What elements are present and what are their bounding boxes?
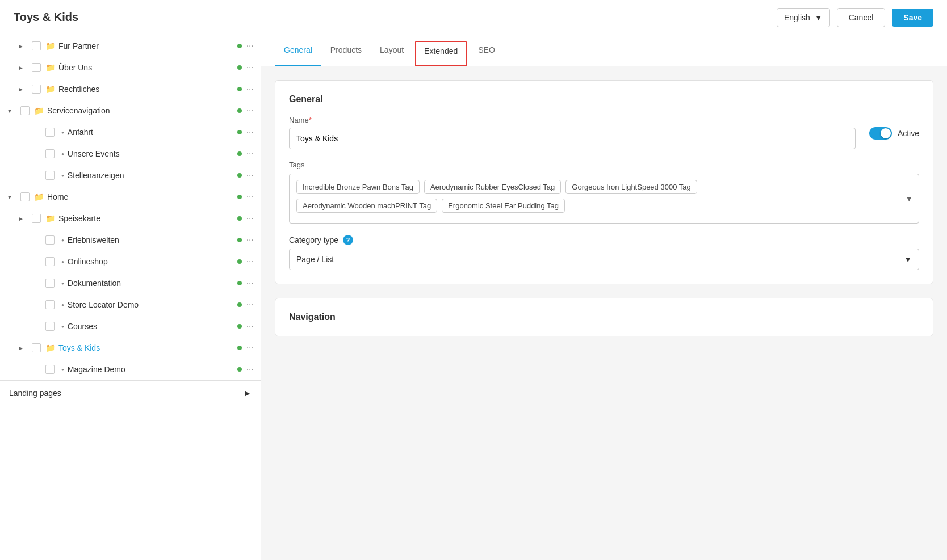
category-type-select[interactable]: Page / List ▼: [289, 249, 919, 270]
landing-pages-label: Landing pages: [9, 389, 61, 398]
status-dot: [237, 346, 242, 350]
sidebar-item-rechtliches[interactable]: ► 📁 Rechtliches ···: [0, 78, 261, 100]
checkbox-fur-partner[interactable]: [32, 41, 41, 50]
tag-item[interactable]: Aerodynamic Rubber EyesClosed Tag: [424, 180, 561, 194]
more-icon[interactable]: ···: [246, 300, 254, 310]
navigation-card-title: Navigation: [289, 312, 919, 322]
more-icon[interactable]: ···: [246, 170, 254, 180]
info-icon[interactable]: ?: [343, 235, 353, 245]
more-icon[interactable]: ···: [246, 41, 254, 51]
more-icon[interactable]: ···: [246, 192, 254, 202]
sidebar-item-home[interactable]: ▼ 📁 Home ···: [0, 186, 261, 208]
folder-icon: 📁: [45, 343, 55, 352]
sidebar-item-courses[interactable]: ► ● Courses ···: [0, 315, 261, 337]
chevron-right-icon: ►: [18, 345, 27, 351]
checkbox-stellenanzeigen[interactable]: [45, 171, 55, 180]
checkbox-servicenavigation[interactable]: [20, 106, 30, 115]
status-dot: [237, 238, 242, 242]
sidebar-item-label: Onlineshop: [68, 257, 237, 266]
tags-label: Tags: [289, 161, 919, 169]
status-dot: [237, 173, 242, 178]
sidebar-item-label: Courses: [68, 322, 237, 331]
save-button[interactable]: Save: [892, 9, 933, 27]
sidebar-item-onlineshop[interactable]: ► ● Onlineshop ···: [0, 251, 261, 272]
tags-container[interactable]: Incredible Bronze Pawn Bons Tag Aerodyna…: [289, 174, 919, 224]
checkbox-uber-uns[interactable]: [32, 63, 41, 72]
tabs-bar: General Products Layout Extended SEO: [261, 35, 947, 66]
language-selector[interactable]: English ▼: [777, 8, 830, 27]
checkbox-courses[interactable]: [45, 322, 55, 331]
tab-seo[interactable]: SEO: [469, 35, 504, 66]
more-icon[interactable]: ···: [246, 84, 254, 94]
tab-layout[interactable]: Layout: [371, 35, 413, 66]
status-dot: [237, 302, 242, 307]
more-icon[interactable]: ···: [246, 213, 254, 224]
sidebar-item-fur-partner[interactable]: ► 📁 Fur Partner ···: [0, 35, 261, 57]
sidebar-item-toys-kids[interactable]: ► 📁 Toys & Kids ···: [0, 337, 261, 359]
chevron-right-icon: ►: [18, 216, 27, 222]
sidebar-item-magazine-demo[interactable]: ► ● Magazine Demo ···: [0, 359, 261, 380]
sidebar-item-unsere-events[interactable]: ► ● Unsere Events ···: [0, 143, 261, 165]
tab-general[interactable]: General: [275, 35, 321, 66]
tab-products[interactable]: Products: [321, 35, 371, 66]
header-actions: English ▼ Cancel Save: [777, 8, 933, 27]
checkbox-dokumentation[interactable]: [45, 279, 55, 288]
sidebar-item-label: Unsere Events: [68, 149, 237, 158]
main-content: General Products Layout Extended SEO Gen…: [261, 35, 947, 560]
page-icon: ●: [61, 281, 64, 286]
sidebar-item-servicenavigation[interactable]: ▼ 📁 Servicenavigation ···: [0, 100, 261, 121]
sidebar: ► 📁 Fur Partner ··· ► 📁 Über Uns ··· ► 📁…: [0, 35, 261, 560]
more-icon[interactable]: ···: [246, 149, 254, 159]
more-icon[interactable]: ···: [246, 343, 254, 353]
active-toggle[interactable]: [869, 127, 892, 140]
tags-chevron-icon: ▼: [905, 194, 913, 203]
landing-pages-section[interactable]: Landing pages ►: [0, 380, 261, 406]
name-input[interactable]: [289, 128, 856, 149]
chevron-right-icon: ►: [244, 389, 252, 398]
checkbox-onlineshop[interactable]: [45, 257, 55, 266]
checkbox-home[interactable]: [20, 192, 30, 201]
more-icon[interactable]: ···: [246, 321, 254, 331]
cancel-button[interactable]: Cancel: [837, 8, 886, 27]
checkbox-erlebniswelten[interactable]: [45, 235, 55, 245]
name-field-group: Name*: [289, 116, 856, 149]
sidebar-item-store-locator[interactable]: ► ● Store Locator Demo ···: [0, 294, 261, 315]
tag-item[interactable]: Incredible Bronze Pawn Bons Tag: [296, 180, 420, 194]
more-icon[interactable]: ···: [246, 235, 254, 245]
sidebar-item-uber-uns[interactable]: ► 📁 Über Uns ···: [0, 57, 261, 78]
tag-item[interactable]: Aerodynamic Wooden machPRINT Tag: [296, 199, 437, 213]
sidebar-item-anfahrt[interactable]: ► ● Anfahrt ···: [0, 121, 261, 143]
more-icon[interactable]: ···: [246, 278, 254, 288]
status-dot: [237, 65, 242, 70]
checkbox-anfahrt[interactable]: [45, 128, 55, 137]
more-icon[interactable]: ···: [246, 106, 254, 116]
chevron-right-icon: ►: [18, 65, 27, 71]
header: Toys & Kids English ▼ Cancel Save: [0, 0, 947, 35]
checkbox-speisekarte[interactable]: [32, 214, 41, 223]
tag-item[interactable]: Ergonomic Steel Ear Pudding Tag: [442, 199, 565, 213]
sidebar-item-label: Home: [47, 192, 237, 201]
page-icon: ●: [61, 259, 64, 264]
folder-icon: 📁: [34, 192, 44, 201]
checkbox-magazine-demo[interactable]: [45, 365, 55, 374]
checkbox-store-locator[interactable]: [45, 300, 55, 309]
more-icon[interactable]: ···: [246, 127, 254, 137]
more-icon[interactable]: ···: [246, 62, 254, 73]
sidebar-item-dokumentation[interactable]: ► ● Dokumentation ···: [0, 272, 261, 294]
general-card-title: General: [289, 94, 919, 104]
tag-item[interactable]: Gorgeous Iron LightSpeed 3000 Tag: [565, 180, 697, 194]
checkbox-toys-kids[interactable]: [32, 343, 41, 352]
sidebar-item-erlebniswelten[interactable]: ► ● Erlebniswelten ···: [0, 229, 261, 251]
more-icon[interactable]: ···: [246, 256, 254, 267]
layout: ► 📁 Fur Partner ··· ► 📁 Über Uns ··· ► 📁…: [0, 35, 947, 560]
sidebar-item-stellenanzeigen[interactable]: ► ● Stellenanzeigen ···: [0, 165, 261, 186]
sidebar-item-label: Dokumentation: [68, 279, 237, 288]
tags-row-1: Incredible Bronze Pawn Bons Tag Aerodyna…: [296, 180, 912, 194]
checkbox-unsere-events[interactable]: [45, 149, 55, 158]
chevron-down-icon: ▼: [904, 255, 912, 264]
sidebar-item-speisekarte[interactable]: ► 📁 Speisekarte ···: [0, 208, 261, 229]
checkbox-rechtliches[interactable]: [32, 85, 41, 94]
category-type-value: Page / List: [296, 255, 334, 264]
more-icon[interactable]: ···: [246, 364, 254, 374]
tab-extended[interactable]: Extended: [415, 41, 467, 66]
